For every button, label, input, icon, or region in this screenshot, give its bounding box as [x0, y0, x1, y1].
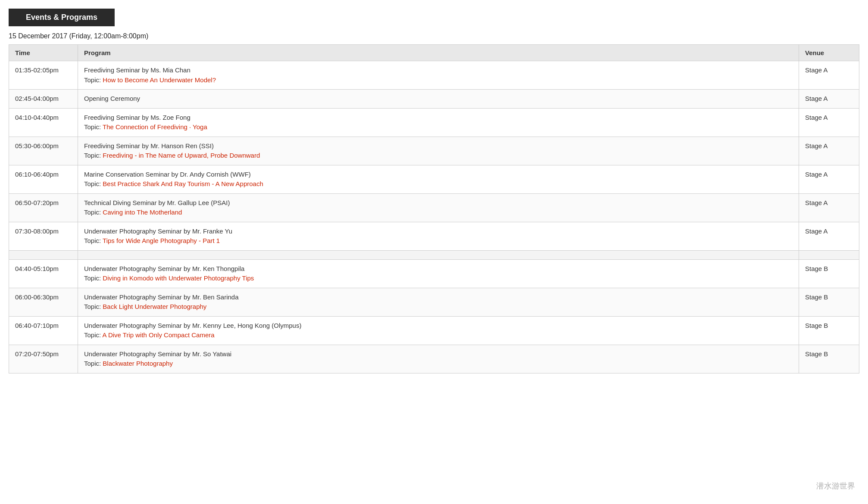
cell-venue: Stage A	[799, 193, 859, 222]
cell-program: Marine Conservation Seminar by Dr. Andy …	[78, 165, 799, 193]
table-row: 04:10-04:40pmFreediving Seminar by Ms. Z…	[9, 108, 859, 137]
program-topic: The Connection of Freediving · Yoga	[103, 123, 207, 131]
cell-time: 04:10-04:40pm	[9, 108, 78, 137]
cell-venue: Stage A	[799, 90, 859, 109]
program-topic: Diving in Komodo with Underwater Photogr…	[103, 274, 254, 282]
table-row: 06:00-06:30pmUnderwater Photography Semi…	[9, 288, 859, 316]
col-header-venue: Venue	[799, 45, 859, 61]
program-topic: Back Light Underwater Photography	[103, 303, 206, 310]
table-row: 07:20-07:50pmUnderwater Photography Semi…	[9, 345, 859, 373]
cell-venue: Stage A	[799, 108, 859, 137]
program-topic: A Dive Trip with Only Compact Camera	[103, 331, 215, 339]
cell-time: 07:20-07:50pm	[9, 345, 78, 373]
program-title: Marine Conservation Seminar by Dr. Andy …	[84, 171, 251, 178]
program-title: Technical Diving Seminar by Mr. Gallup L…	[84, 199, 230, 206]
table-row: 06:50-07:20pmTechnical Diving Seminar by…	[9, 193, 859, 222]
program-title: Underwater Photography Seminar by Mr. Ke…	[84, 265, 244, 272]
program-topic: Caving into The Motherland	[103, 208, 182, 216]
cell-program: Freediving Seminar by Ms. Zoe FongTopic:…	[78, 108, 799, 137]
cell-venue: Stage A	[799, 61, 859, 90]
cell-program: Underwater Photography Seminar by Mr. Fr…	[78, 222, 799, 250]
cell-program: Opening Ceremony	[78, 90, 799, 109]
cell-program: Underwater Photography Seminar by Mr. Ke…	[78, 259, 799, 288]
cell-time: 06:50-07:20pm	[9, 193, 78, 222]
program-title: Freediving Seminar by Mr. Hanson Ren (SS…	[84, 142, 214, 149]
cell-venue: Stage B	[799, 259, 859, 288]
cell-venue: Stage B	[799, 345, 859, 373]
table-row: 01:35-02:05pmFreediving Seminar by Ms. M…	[9, 61, 859, 90]
program-title: Underwater Photography Seminar by Mr. Be…	[84, 293, 239, 301]
cell-time: 01:35-02:05pm	[9, 61, 78, 90]
program-topic: How to Become An Underwater Model?	[103, 76, 216, 84]
cell-venue: Stage A	[799, 165, 859, 193]
header-title: Events & Programs	[9, 9, 115, 26]
cell-venue: Stage B	[799, 288, 859, 316]
events-table: Time Program Venue 01:35-02:05pmFreedivi…	[9, 44, 859, 373]
cell-venue: Stage B	[799, 316, 859, 345]
cell-time: 02:45-04:00pm	[9, 90, 78, 109]
program-topic: Blackwater Photography	[103, 360, 173, 367]
table-row: 02:45-04:00pmOpening CeremonyStage A	[9, 90, 859, 109]
program-title: Underwater Photography Seminar by Mr. So…	[84, 350, 231, 358]
program-title: Underwater Photography Seminar by Mr. Fr…	[84, 227, 232, 235]
cell-time: 07:30-08:00pm	[9, 222, 78, 250]
col-header-time: Time	[9, 45, 78, 61]
cell-time: 06:40-07:10pm	[9, 316, 78, 345]
cell-program: Freediving Seminar by Ms. Mia ChanTopic:…	[78, 61, 799, 90]
cell-program: Freediving Seminar by Mr. Hanson Ren (SS…	[78, 137, 799, 165]
program-topic: Best Practice Shark And Ray Tourism - A …	[103, 180, 263, 187]
table-row: 06:40-07:10pmUnderwater Photography Semi…	[9, 316, 859, 345]
table-row: 05:30-06:00pmFreediving Seminar by Mr. H…	[9, 137, 859, 165]
cell-time: 06:10-06:40pm	[9, 165, 78, 193]
table-row: 04:40-05:10pmUnderwater Photography Semi…	[9, 259, 859, 288]
program-title: Opening Ceremony	[84, 95, 140, 102]
cell-program: Underwater Photography Seminar by Mr. So…	[78, 345, 799, 373]
table-row: 07:30-08:00pmUnderwater Photography Semi…	[9, 222, 859, 250]
cell-venue: Stage A	[799, 222, 859, 250]
cell-time: 04:40-05:10pm	[9, 259, 78, 288]
cell-program: Underwater Photography Seminar by Mr. Ke…	[78, 316, 799, 345]
table-row-empty	[9, 250, 859, 259]
program-topic: Freediving - in The Name of Upward, Prob…	[103, 152, 260, 159]
cell-time: 06:00-06:30pm	[9, 288, 78, 316]
cell-program: Technical Diving Seminar by Mr. Gallup L…	[78, 193, 799, 222]
program-title: Freediving Seminar by Ms. Zoe Fong	[84, 114, 190, 121]
date-label: 15 December 2017 (Friday, 12:00am-8:00pm…	[9, 32, 859, 40]
cell-program: Underwater Photography Seminar by Mr. Be…	[78, 288, 799, 316]
program-title: Underwater Photography Seminar by Mr. Ke…	[84, 322, 301, 329]
cell-venue: Stage A	[799, 137, 859, 165]
program-topic: Tips for Wide Angle Photography - Part 1	[103, 237, 220, 244]
col-header-program: Program	[78, 45, 799, 61]
table-row: 06:10-06:40pmMarine Conservation Seminar…	[9, 165, 859, 193]
cell-time: 05:30-06:00pm	[9, 137, 78, 165]
program-title: Freediving Seminar by Ms. Mia Chan	[84, 66, 190, 74]
